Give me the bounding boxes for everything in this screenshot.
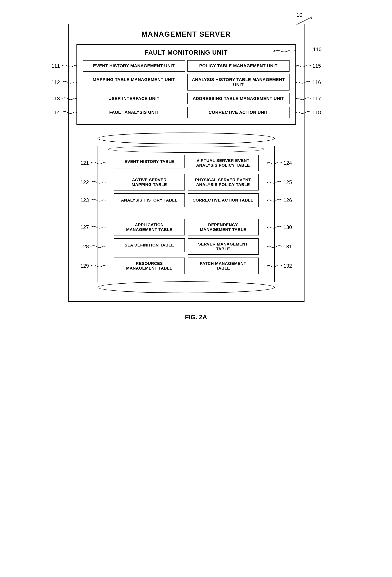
svg-line-15 <box>296 98 297 99</box>
ref-114: 114 <box>51 109 76 115</box>
svg-line-23 <box>267 162 268 163</box>
database-cylinder: 121 EVENT HISTORY TABLE 124 VIR <box>98 133 275 293</box>
svg-line-44 <box>267 266 268 267</box>
ref-112: 112 <box>51 79 76 85</box>
svg-line-7 <box>296 65 297 66</box>
ref-118: 118 <box>296 109 321 115</box>
svg-line-21 <box>105 162 105 163</box>
table-resources-management: RESOURCES MANAGEMENT TABLE <box>114 257 185 274</box>
svg-line-28 <box>267 182 268 183</box>
svg-line-38 <box>105 247 105 248</box>
ref-124: 124 <box>267 160 292 166</box>
ref-130: 130 <box>267 224 292 230</box>
table-sla-definition: SLA DEFINITION TABLE <box>114 238 185 252</box>
table-physical-server-event: PHYSICAL SERVER EVENT ANALYSIS POLICY TA… <box>188 174 259 190</box>
ref-131: 131 <box>267 244 292 250</box>
svg-line-19 <box>296 111 297 112</box>
svg-line-18 <box>76 112 76 113</box>
cylinder-bottom-ellipse <box>98 281 275 293</box>
svg-line-34 <box>105 227 105 228</box>
svg-line-35 <box>267 226 268 227</box>
ref-117: 117 <box>296 96 321 102</box>
table-patch-management: PATCH MANAGEMENT TABLE <box>188 257 259 274</box>
svg-line-29 <box>105 199 105 200</box>
svg-line-32 <box>267 200 268 201</box>
unit-mapping-table-mgmt: MAPPING TABLE MANAGEMENT UNIT <box>83 74 185 85</box>
unit-corrective-action: CORRECTIVE ACTION UNIT <box>187 107 290 118</box>
svg-line-41 <box>105 265 105 266</box>
ref-116: 116 <box>296 79 321 85</box>
ref-123: 123 <box>80 197 105 203</box>
fault-monitoring-title: FAULT MONITORING UNIT <box>83 49 290 56</box>
ref-129: 129 <box>80 263 105 269</box>
svg-line-24 <box>267 163 268 164</box>
db-section-2: 127 APPLICATION MANAGEMENT TABLE 130 <box>108 217 264 276</box>
ref-110-label: 110 <box>313 46 322 52</box>
unit-analysis-history-mgmt: ANALYSIS HISTORY TABLE MANAGEMENT UNIT <box>187 74 290 91</box>
ref-125: 125 <box>267 179 292 185</box>
unit-fault-analysis: FAULT ANALYSIS UNIT <box>83 107 185 118</box>
unit-addressing-table-mgmt: ADDRESSING TABLE MANAGEMENT UNIT <box>187 93 290 104</box>
svg-line-40 <box>267 247 268 248</box>
svg-line-17 <box>76 111 76 112</box>
svg-line-31 <box>267 199 268 200</box>
ref-126: 126 <box>267 197 292 203</box>
svg-line-13 <box>76 98 76 99</box>
ref-121: 121 <box>80 160 105 166</box>
unit-policy-table-mgmt: POLICY TABLE MANAGEMENT UNIT <box>187 60 290 72</box>
svg-line-14 <box>76 99 76 100</box>
ref-113: 113 <box>51 96 76 102</box>
ref-127: 127 <box>80 224 105 230</box>
db-section-1: 121 EVENT HISTORY TABLE 124 VIR <box>108 153 264 209</box>
ref-115: 115 <box>296 63 321 69</box>
svg-line-5 <box>76 65 76 66</box>
svg-line-25 <box>105 181 105 182</box>
table-server-management: SERVER MANAGEMENT TABLE <box>188 238 259 255</box>
svg-line-42 <box>105 266 105 267</box>
svg-line-39 <box>267 246 268 247</box>
svg-line-22 <box>105 163 105 164</box>
db-section-spacer <box>108 209 264 217</box>
cylinder-body: 121 EVENT HISTORY TABLE 124 VIR <box>98 146 275 282</box>
svg-line-43 <box>267 265 268 266</box>
svg-line-27 <box>267 181 268 182</box>
table-virtual-server-event: VIRTUAL SERVER EVENT ANALYSIS POLICY TAB… <box>188 155 259 171</box>
ref-132: 132 <box>267 263 292 269</box>
svg-line-10 <box>76 82 76 83</box>
table-event-history: EVENT HISTORY TABLE <box>114 155 185 168</box>
figure-label: FIG. 2A <box>185 314 207 321</box>
management-server-box: MANAGEMENT SERVER 110 FAULT MONITORING U… <box>68 24 304 302</box>
fault-monitoring-box: FAULT MONITORING UNIT 111 EVENT HISTORY <box>76 44 296 125</box>
ref-122: 122 <box>80 179 105 185</box>
svg-line-33 <box>105 226 105 227</box>
unit-event-history-mgmt: EVENT HISTORY MANAGEMENT UNIT <box>83 60 185 72</box>
table-analysis-history: ANALYSIS HISTORY TABLE <box>114 193 185 207</box>
management-server-title: MANAGEMENT SERVER <box>76 30 296 38</box>
svg-line-6 <box>76 66 76 67</box>
svg-line-30 <box>105 200 105 201</box>
cylinder-top-ellipse <box>98 133 275 144</box>
table-active-server-mapping: ACTIVE SERVER MAPPING TABLE <box>114 174 185 190</box>
units-grid: 111 EVENT HISTORY MANAGEMENT UNIT 115 <box>83 60 290 118</box>
ref-111: 111 <box>51 63 76 69</box>
table-application-management: APPLICATION MANAGEMENT TABLE <box>114 219 185 235</box>
svg-line-16 <box>296 99 297 100</box>
svg-line-37 <box>105 246 105 247</box>
svg-line-11 <box>296 81 297 82</box>
table-dependency-management: DEPENDENCY MANAGEMENT TABLE <box>188 219 259 235</box>
db-bottom-spacer <box>108 276 264 282</box>
table-corrective-action: CORRECTIVE ACTION TABLE <box>188 193 259 207</box>
svg-line-26 <box>105 182 105 183</box>
inner-top-ellipse <box>108 146 264 153</box>
svg-line-8 <box>296 66 297 67</box>
svg-line-9 <box>76 81 76 82</box>
ref-128: 128 <box>80 244 105 250</box>
unit-user-interface: USER INTERFACE UNIT <box>83 93 185 104</box>
svg-line-36 <box>267 227 268 228</box>
svg-line-20 <box>296 112 297 113</box>
svg-line-12 <box>296 82 297 83</box>
